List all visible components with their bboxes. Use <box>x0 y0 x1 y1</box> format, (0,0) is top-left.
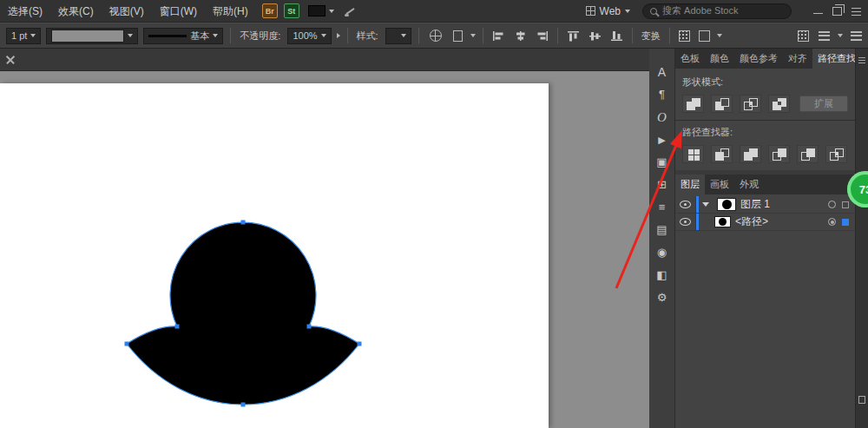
gradient-panel-icon[interactable]: ▤ <box>656 224 667 236</box>
align-horizontal-center-icon[interactable] <box>512 27 529 44</box>
pathfinders-row <box>682 145 848 163</box>
disclosure-triangle-icon[interactable] <box>702 202 709 207</box>
transform-panel-icon[interactable]: ⊞ <box>657 179 667 191</box>
menu-help[interactable]: 帮助(H) <box>205 0 256 23</box>
workspace-switcher[interactable]: Web <box>586 5 630 17</box>
separator <box>347 28 348 43</box>
target-circle-icon[interactable] <box>828 201 836 208</box>
tab-color-guide[interactable]: 颜色参考 <box>734 49 783 69</box>
minus-back-button[interactable] <box>825 145 847 163</box>
width-profile-dropdown[interactable] <box>46 28 138 44</box>
crop-button[interactable] <box>768 145 790 163</box>
chevron-down-icon <box>401 34 406 37</box>
chevron-down-icon <box>470 34 476 37</box>
document-setup-icon[interactable] <box>430 30 442 42</box>
chevron-right-icon[interactable] <box>337 33 340 38</box>
rail-page-icon[interactable] <box>858 396 865 404</box>
search-input[interactable]: 搜索 Adobe Stock <box>642 3 792 19</box>
tab-color[interactable]: 颜色 <box>705 49 734 69</box>
separator <box>557 28 558 43</box>
eye-icon <box>680 218 691 226</box>
window-restore-icon[interactable] <box>832 7 842 16</box>
layer-color-bar <box>696 196 699 213</box>
stroke-weight-dropdown[interactable]: 1 pt <box>6 28 41 44</box>
paragraph-panel-icon[interactable]: ¶ <box>659 89 665 101</box>
shape-modes-label: 形状模式: <box>682 76 848 89</box>
path-row[interactable]: <路径> <box>675 214 855 231</box>
path-thumbnail[interactable] <box>714 216 731 227</box>
target-circle-icon[interactable] <box>828 218 836 226</box>
panel-grid-icon[interactable] <box>798 30 809 42</box>
layer-row[interactable]: 图层 1 <box>675 196 855 214</box>
menu-select[interactable]: 选择(S) <box>0 0 50 23</box>
intersect-button[interactable] <box>740 95 761 113</box>
illustrator-window: { "menubar": { "items": [ {"label": "选择(… <box>0 0 868 428</box>
expand-button[interactable]: 扩展 <box>799 95 848 112</box>
tab-layers[interactable]: 图层 <box>675 174 705 194</box>
controlbar-menu-icon[interactable] <box>851 31 862 41</box>
unite-button[interactable] <box>682 95 704 113</box>
layer-name[interactable]: 图层 1 <box>740 197 828 212</box>
trim-button[interactable] <box>711 145 733 163</box>
visibility-cell[interactable] <box>675 214 696 230</box>
tab-artboards[interactable]: 画板 <box>705 174 734 194</box>
layer-thumbnail[interactable] <box>717 198 736 211</box>
transparency-panel-icon[interactable]: ◉ <box>657 247 667 259</box>
libraries-panel-icon[interactable]: ▶ <box>658 134 665 146</box>
artboards-panel-icon[interactable]: ▣ <box>656 156 667 168</box>
tab-pathfinder[interactable]: 路径查找器 <box>812 49 855 69</box>
chevron-down-icon <box>329 10 334 13</box>
tab-align[interactable]: 对齐 <box>783 49 812 69</box>
menu-bar: 选择(S) 效果(C) 视图(V) 窗口(W) 帮助(H) Br St Web … <box>0 0 868 23</box>
align-vertical-center-icon[interactable] <box>587 27 603 44</box>
visibility-cell[interactable] <box>675 196 696 213</box>
outline-button[interactable] <box>797 145 819 163</box>
isolate-icon[interactable] <box>699 30 710 42</box>
artboard[interactable] <box>0 83 549 428</box>
opentype-panel-icon[interactable]: O <box>657 111 667 123</box>
menu-view[interactable]: 视图(V) <box>102 0 152 23</box>
chevron-down-icon <box>128 34 133 37</box>
opacity-input[interactable]: 100% <box>287 28 331 44</box>
pathfinders-label: 路径查找器: <box>682 126 848 139</box>
stock-icon[interactable]: St <box>284 3 299 18</box>
style-label: 样式: <box>357 30 378 43</box>
window-minimize-icon[interactable] <box>813 7 823 16</box>
selection-square-selected[interactable] <box>842 219 849 226</box>
arrange-documents-dropdown[interactable] <box>308 5 334 16</box>
align-top-icon[interactable] <box>565 27 582 44</box>
align-bottom-icon[interactable] <box>608 27 625 44</box>
tab-appearance[interactable]: 外观 <box>734 174 764 194</box>
align-right-icon[interactable] <box>534 27 550 44</box>
transform-link[interactable]: 变换 <box>641 30 661 43</box>
exclude-button[interactable] <box>768 95 790 113</box>
close-document-icon[interactable] <box>6 55 16 64</box>
menu-effect[interactable]: 效果(C) <box>50 0 102 23</box>
transform-grid-icon[interactable] <box>679 30 690 42</box>
canvas-area[interactable] <box>0 49 649 428</box>
align-left-icon[interactable] <box>490 27 507 44</box>
stroke-panel-icon[interactable]: ≡ <box>659 201 666 214</box>
control-bar: 1 pt 基本 不透明度: 100% 样式: 变换 <box>0 23 868 49</box>
minus-front-button[interactable] <box>711 95 733 113</box>
preferences-doc-icon[interactable] <box>453 30 463 42</box>
brush-icon[interactable] <box>345 5 356 16</box>
window-menu-icon[interactable] <box>852 7 861 16</box>
panel-stack-icon[interactable] <box>819 31 830 41</box>
symbols-panel-icon[interactable]: ◧ <box>656 269 667 281</box>
path-name[interactable]: <路径> <box>735 214 828 229</box>
divide-button[interactable] <box>682 145 704 163</box>
style-dropdown[interactable] <box>385 28 411 44</box>
panel-group-tabbar: 色板 颜色 颜色参考 对齐 路径查找器 <box>675 49 855 69</box>
brush-definition-dropdown[interactable]: 基本 <box>143 28 223 44</box>
rail-menu-icon[interactable] <box>858 57 865 63</box>
eye-icon <box>680 201 691 208</box>
actions-panel-icon[interactable]: ⚙ <box>657 292 667 304</box>
bridge-icon[interactable]: Br <box>262 3 278 18</box>
selection-square[interactable] <box>842 201 849 208</box>
tab-swatches[interactable]: 色板 <box>675 49 705 69</box>
merge-button[interactable] <box>740 145 761 163</box>
character-panel-icon[interactable]: A <box>658 66 666 78</box>
menu-window[interactable]: 窗口(W) <box>152 0 205 23</box>
chevron-down-icon <box>717 34 722 37</box>
